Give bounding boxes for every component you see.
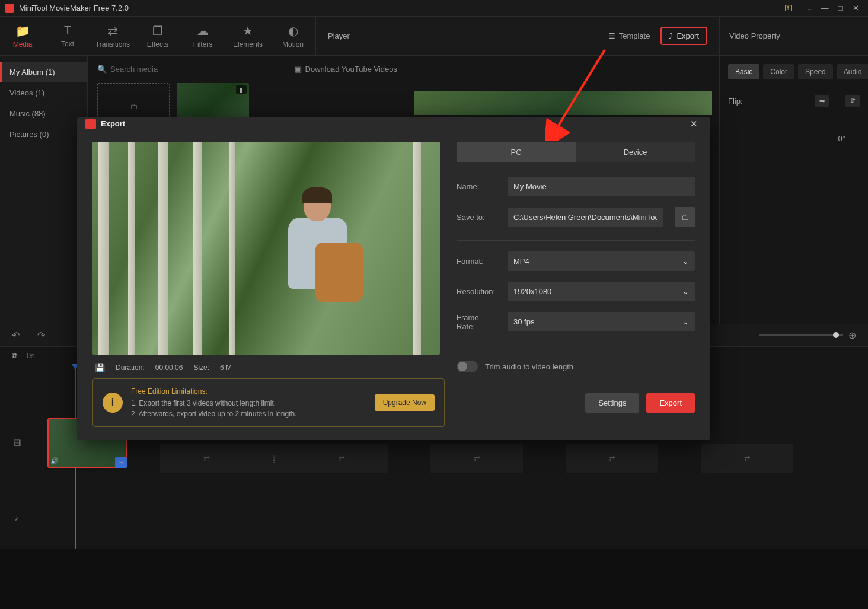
flip-horizontal-button[interactable]: ⇋ — [815, 95, 829, 107]
size-label: Size: — [193, 364, 209, 372]
transitions-icon: ⇄ — [108, 24, 118, 38]
sidebar-item[interactable]: Music (88) — [0, 103, 87, 124]
chevron-down-icon: ⌄ — [682, 317, 689, 326]
add-track-button[interactable]: ⧉ — [12, 351, 17, 361]
app-logo — [5, 4, 14, 13]
browse-button[interactable]: 🗀 — [675, 207, 695, 227]
speaker-icon: 🔊 — [50, 457, 59, 465]
tool-motion[interactable]: ◐Motion — [270, 19, 315, 53]
motion-icon: ◐ — [288, 24, 298, 38]
video-property-title: Video Property — [729, 31, 780, 40]
export-button[interactable]: ⤴ Export — [660, 27, 707, 45]
upload-icon: ⤴ — [669, 31, 673, 40]
saveto-field[interactable] — [508, 208, 663, 227]
tool-elements[interactable]: ★Elements — [225, 19, 270, 53]
video-badge-icon: ▮ — [236, 85, 247, 94]
text-icon: T — [64, 24, 71, 37]
effects-icon: ❐ — [152, 24, 163, 38]
template-button[interactable]: ☰ Template — [608, 31, 650, 40]
export-preview — [92, 142, 440, 355]
sidebar-item[interactable]: Pictures (0) — [0, 124, 87, 145]
app-logo — [85, 119, 96, 129]
media-icon: 📁 — [15, 24, 30, 38]
prop-tab-audio[interactable]: Audio — [837, 64, 868, 79]
sidebar-item[interactable]: Videos (1) — [0, 82, 87, 103]
limitations-header: Free Edition Limitations: — [131, 386, 366, 397]
download-youtube-button[interactable]: ▣ Download YouTube Videos — [295, 65, 397, 74]
tool-filters[interactable]: ☁Filters — [180, 19, 225, 53]
prop-tab-color[interactable]: Color — [763, 64, 794, 79]
name-label: Name: — [457, 182, 499, 191]
search-icon: 🔍 — [97, 65, 107, 74]
player-label: Player — [328, 31, 350, 40]
tab-pc[interactable]: PC — [457, 142, 576, 162]
drop-placeholder[interactable]: ⇄ — [566, 444, 658, 473]
zoom-slider[interactable] — [760, 334, 843, 336]
format-select[interactable]: MP4 ⌄ — [508, 251, 695, 271]
framerate-label: Frame Rate: — [457, 313, 499, 331]
disk-icon: 💾 — [95, 363, 105, 372]
folder-icon: 🗀 — [681, 213, 689, 222]
export-confirm-button[interactable]: Export — [646, 393, 695, 413]
timecode: 0s — [27, 351, 35, 360]
sidebar-item[interactable]: My Album (1) — [0, 62, 87, 82]
elements-icon: ★ — [242, 24, 253, 38]
duration-value: 00:00:06 — [155, 364, 183, 372]
rotation-value: 0° — [728, 134, 845, 143]
upgrade-button[interactable]: Upgrade Now — [375, 394, 435, 411]
chevron-down-icon: ⌄ — [682, 287, 689, 296]
audio-track-icon: ♪ — [9, 514, 24, 522]
tool-effects[interactable]: ❐Effects — [135, 19, 180, 53]
flip-label: Flip: — [728, 97, 743, 106]
info-icon: i — [103, 393, 123, 413]
saveto-label: Save to: — [457, 213, 499, 222]
player-preview — [414, 91, 712, 115]
maximize-button[interactable]: □ — [832, 2, 848, 14]
template-icon: ☰ — [608, 31, 615, 40]
redo-button[interactable]: ↷ — [37, 330, 45, 341]
dialog-minimize-button[interactable]: — — [669, 119, 685, 129]
undo-button[interactable]: ↶ — [12, 330, 20, 341]
name-field[interactable] — [508, 177, 695, 196]
prop-tab-speed[interactable]: Speed — [798, 64, 833, 79]
settings-button[interactable]: Settings — [585, 393, 639, 413]
drop-placeholder[interactable]: ⇄ — [701, 444, 793, 473]
framerate-select[interactable]: 30 fps ⌄ — [508, 312, 695, 331]
minimize-button[interactable]: — — [817, 2, 832, 14]
youtube-icon: ▣ — [295, 65, 302, 74]
prop-tab-basic[interactable]: Basic — [728, 64, 760, 79]
close-button[interactable]: ✕ — [848, 2, 863, 14]
app-title: MiniTool MovieMaker Free 7.2.0 — [19, 4, 780, 12]
size-value: 6 M — [220, 364, 232, 372]
chevron-down-icon: ⌄ — [682, 257, 689, 266]
folder-icon: 🗀 — [130, 102, 138, 111]
hamburger-icon[interactable]: ≡ — [802, 2, 817, 14]
duration-label: Duration: — [116, 364, 145, 372]
scissors-icon[interactable]: ✂ — [115, 457, 127, 468]
limitations-notice: i Free Edition Limitations: 1. Export th… — [92, 378, 445, 427]
resolution-select[interactable]: 1920x1080 ⌄ — [508, 282, 695, 301]
zoom-fit-button[interactable]: ⊕ — [848, 330, 856, 341]
limitations-line2: 2. Afterwards, export video up to 2 minu… — [131, 409, 366, 419]
limitations-line1: 1. Export the first 3 videos without len… — [131, 398, 366, 409]
export-dialog: Export — ✕ 💾 Duration: — [77, 117, 710, 440]
filters-icon: ☁ — [197, 24, 209, 38]
tool-text[interactable]: TText — [45, 19, 90, 53]
key-icon[interactable]: ⚿ — [780, 2, 796, 14]
tool-transitions[interactable]: ⇄Transitions — [90, 19, 135, 53]
drop-placeholder[interactable]: ⇄ — [430, 444, 523, 473]
drop-placeholder[interactable]: ⇄ — [295, 444, 388, 473]
video-track-icon: 🎞 — [9, 439, 24, 448]
flip-vertical-button[interactable]: ⇵ — [845, 95, 860, 107]
dialog-close-button[interactable]: ✕ — [685, 119, 702, 129]
format-label: Format: — [457, 257, 499, 266]
trim-audio-toggle[interactable] — [457, 361, 478, 372]
resolution-label: Resolution: — [457, 287, 499, 296]
trim-audio-label: Trim audio to video length — [485, 362, 573, 371]
search-input[interactable]: 🔍 Search media — [97, 65, 158, 74]
tab-device[interactable]: Device — [576, 142, 695, 162]
dialog-title: Export — [101, 119, 669, 128]
tool-media[interactable]: 📁Media — [0, 19, 45, 53]
